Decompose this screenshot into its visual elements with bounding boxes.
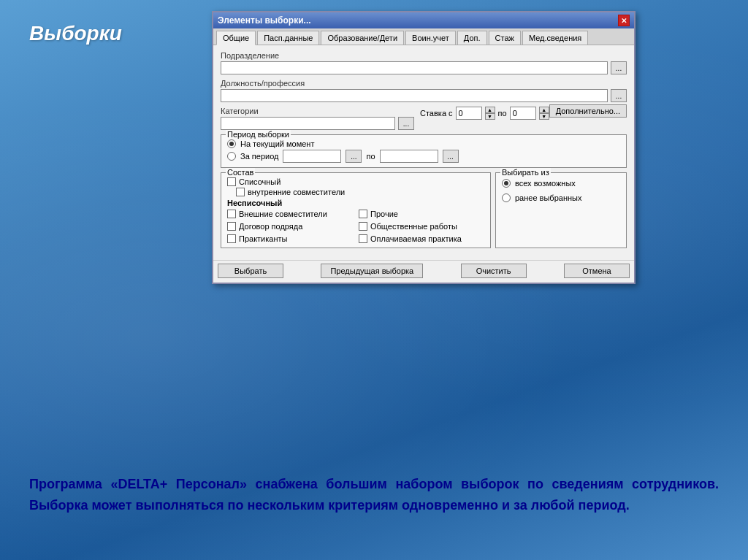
dopolnitelno-button[interactable]: Дополнительно... bbox=[549, 104, 627, 118]
sostav-box: Состав Списочный внутренние совместители… bbox=[221, 172, 491, 248]
podrazdelenie-input[interactable] bbox=[221, 61, 608, 74]
dialog-buttons-row: Выбрать Предыдущая выборка Очистить Отме… bbox=[213, 260, 634, 283]
vybrat-option2-radio[interactable] bbox=[502, 193, 511, 202]
kategorii-label: Категории bbox=[221, 107, 414, 115]
praktikanty-checkbox[interactable] bbox=[227, 234, 236, 243]
oplachivaemaya-checkbox[interactable] bbox=[359, 234, 367, 243]
period-date1-browse[interactable]: ... bbox=[346, 150, 362, 163]
oplachivaemaya-label: Оплачиваемая практика bbox=[370, 234, 462, 243]
kategorii-row: ... bbox=[221, 117, 414, 130]
spisochny-row: Списочный bbox=[227, 177, 484, 186]
podrazdelenie-browse-button[interactable]: ... bbox=[611, 61, 627, 74]
po-up[interactable]: ▲ bbox=[539, 107, 549, 113]
obshchestvennye-label: Общественные работы bbox=[370, 222, 457, 231]
prochie-label: Прочие bbox=[370, 210, 398, 218]
tab-voin-uchet[interactable]: Воин.учет bbox=[405, 31, 456, 45]
period-option2-radio[interactable] bbox=[227, 152, 236, 161]
vybrat-box: Выбирать из всех возможных ранее выбранн… bbox=[495, 172, 627, 248]
vybrat-option1-label: всех возможных bbox=[515, 179, 576, 188]
dogovor-checkbox[interactable] bbox=[227, 222, 236, 231]
vnutrennie-checkbox[interactable] bbox=[236, 188, 245, 196]
stavka-c-spinners: ▲ ▼ bbox=[485, 107, 495, 120]
tab-obrazovanie[interactable]: Образование/Дети bbox=[321, 31, 404, 45]
nespisochny-checkboxes: Внешние совместители Прочие Договор подр… bbox=[227, 208, 484, 245]
dolzhnost-row: ... bbox=[221, 89, 627, 102]
period-date2-browse[interactable]: ... bbox=[443, 150, 459, 163]
vybrat-option1-row: всех возможных bbox=[502, 179, 620, 188]
period-option2-label: За период bbox=[240, 152, 278, 161]
vybrat-legend: Выбирать из bbox=[500, 168, 551, 177]
po-input[interactable] bbox=[510, 107, 536, 120]
dialog-window: Элементы выборки... ✕ Общие Пасп.данные … bbox=[212, 11, 636, 284]
tab-med-svedeniya[interactable]: Мед.сведения bbox=[522, 31, 588, 45]
praktikanty-row: Практиканты bbox=[227, 234, 353, 243]
vneshnye-row: Внешние совместители bbox=[227, 210, 353, 218]
stavka-c-down[interactable]: ▼ bbox=[485, 113, 495, 120]
period-po-label: по bbox=[366, 152, 375, 161]
dolzhnost-browse-button[interactable]: ... bbox=[611, 89, 627, 102]
podrazdelenie-group: Подразделение ... bbox=[221, 51, 627, 74]
period-option1-row: На текущий момент bbox=[227, 139, 620, 148]
tab-pasp-dannye[interactable]: Пасп.данные bbox=[257, 31, 319, 45]
po-label: по bbox=[498, 109, 507, 118]
period-option1-radio[interactable] bbox=[227, 139, 236, 148]
period-option1-label: На текущий момент bbox=[240, 139, 314, 148]
predydushaya-button[interactable]: Предыдущая выборка bbox=[321, 264, 423, 278]
tab-stazh[interactable]: Стаж bbox=[489, 31, 521, 45]
obshchestvennye-checkbox[interactable] bbox=[359, 222, 367, 231]
obshchestvennye-row: Общественные работы bbox=[359, 222, 484, 231]
oplachivaemaya-row: Оплачиваемая практика bbox=[359, 234, 484, 243]
stavka-c-input[interactable] bbox=[456, 107, 482, 120]
period-option2-row: За период ... по ... bbox=[227, 150, 620, 163]
tab-obshchie[interactable]: Общие bbox=[216, 31, 256, 45]
vybrat-option2-label: ранее выбранных bbox=[515, 193, 581, 202]
stavka-c-label: Ставка с bbox=[420, 109, 453, 118]
dolzhnost-group: Должность/профессия ... Дополнительно... bbox=[221, 79, 627, 102]
tab-bar: Общие Пасп.данные Образование/Дети Воин.… bbox=[213, 28, 634, 45]
spisochny-label: Списочный bbox=[239, 177, 280, 186]
period-date2-input[interactable] bbox=[380, 150, 438, 163]
kategorii-input[interactable] bbox=[221, 117, 395, 130]
vneshnye-checkbox[interactable] bbox=[227, 210, 236, 218]
dogovor-row: Договор подряда bbox=[227, 222, 353, 231]
close-button[interactable]: ✕ bbox=[618, 15, 630, 26]
period-date1-input[interactable] bbox=[283, 150, 341, 163]
period-box: Период выборки На текущий момент За пери… bbox=[221, 134, 627, 168]
tab-dop[interactable]: Доп. bbox=[457, 31, 487, 45]
vneshnye-label: Внешние совместители bbox=[239, 210, 327, 218]
dialog-content: Подразделение ... Должность/профессия ..… bbox=[213, 45, 634, 260]
kategorii-left: Категории ... bbox=[221, 107, 414, 130]
dolzhnost-input[interactable] bbox=[221, 89, 608, 102]
page-title: Выборки bbox=[29, 22, 122, 45]
spisochny-checkbox[interactable] bbox=[227, 177, 236, 186]
dialog-titlebar: Элементы выборки... ✕ bbox=[213, 12, 634, 28]
vybrat-option2-row: ранее выбранных bbox=[502, 193, 620, 202]
po-spinners: ▲ ▼ bbox=[539, 107, 549, 120]
prochie-row: Прочие bbox=[359, 210, 484, 218]
podrazdelenie-row: ... bbox=[221, 61, 627, 74]
dolzhnost-label: Должность/профессия bbox=[221, 79, 627, 88]
period-legend: Период выборки bbox=[226, 130, 291, 139]
praktikanty-label: Практиканты bbox=[239, 234, 287, 243]
ochistit-button[interactable]: Очистить bbox=[461, 264, 527, 278]
po-down[interactable]: ▼ bbox=[539, 113, 549, 120]
dialog-title: Элементы выборки... bbox=[218, 15, 311, 26]
description-text: Программа «DELTA+ Персонал» снабжена бол… bbox=[29, 474, 719, 516]
kategorii-section: Категории ... Ставка с ▲ ▼ по ▲ ▼ bbox=[221, 107, 549, 130]
bottom-section: Состав Списочный внутренние совместители… bbox=[221, 172, 627, 248]
vybrat-option1-radio[interactable] bbox=[502, 179, 511, 188]
nespisochny-label: Несписочный bbox=[227, 199, 484, 207]
otmena-button[interactable]: Отмена bbox=[564, 264, 630, 278]
sostav-legend: Состав bbox=[226, 168, 255, 177]
vnutrennie-row: внутренние совместители bbox=[236, 188, 484, 196]
dogovor-label: Договор подряда bbox=[239, 222, 302, 231]
stavka-c-up[interactable]: ▲ bbox=[485, 107, 495, 113]
vybrat-button[interactable]: Выбрать bbox=[218, 264, 283, 278]
prochie-checkbox[interactable] bbox=[359, 210, 367, 218]
stavka-group: Ставка с ▲ ▼ по ▲ ▼ bbox=[420, 107, 549, 120]
kategorii-browse-button[interactable]: ... bbox=[398, 117, 414, 130]
podrazdelenie-label: Подразделение bbox=[221, 51, 627, 60]
vnutrennie-label: внутренние совместители bbox=[248, 188, 345, 196]
